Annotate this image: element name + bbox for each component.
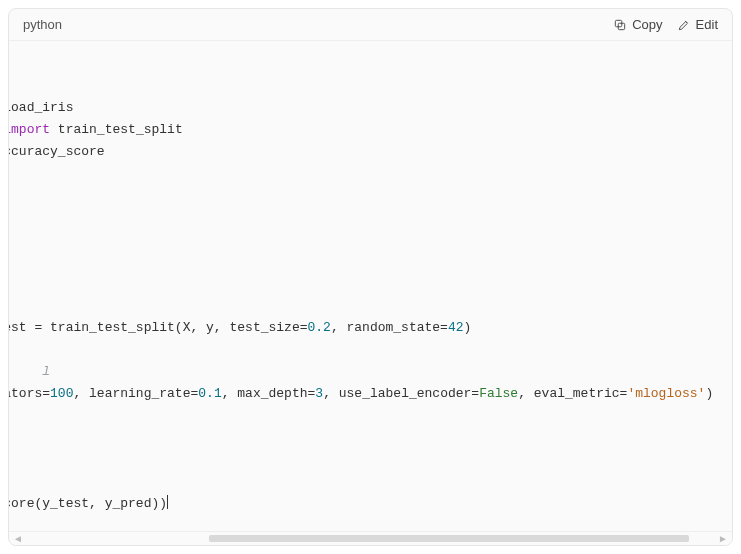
code-line xyxy=(9,427,732,449)
code-token: model = XGBClassifier(n_estimators= xyxy=(9,386,50,401)
code-token: 0.1 xyxy=(198,386,221,401)
code-token: 100 xyxy=(50,386,73,401)
copy-icon xyxy=(613,18,627,32)
code-line xyxy=(9,449,732,471)
scroll-left-arrow[interactable]: ◄ xyxy=(13,534,23,544)
code-token: , max_depth= xyxy=(222,386,316,401)
text-cursor xyxy=(167,495,168,509)
code-token: False xyxy=(479,386,518,401)
code-line xyxy=(9,207,732,229)
code-token: , use_label_encoder= xyxy=(323,386,479,401)
code-line: from sklearn.model_selection import trai… xyxy=(9,119,732,141)
code-line xyxy=(9,339,732,361)
horizontal-scrollbar[interactable]: ◄ ► xyxy=(9,531,732,545)
code-line xyxy=(9,471,732,493)
code-token xyxy=(9,364,42,379)
code-token: , learning_rate= xyxy=(73,386,198,401)
code-token: 42 xyxy=(448,320,464,335)
code-line: from sklearn.datasets import load_iris xyxy=(9,97,732,119)
code-token: 3 xyxy=(315,386,323,401)
code-token: l xyxy=(42,364,50,379)
code-scroll-area[interactable]: from sklearn.datasets import load_irisfr… xyxy=(9,41,732,531)
code-line xyxy=(9,185,732,207)
code-line xyxy=(9,163,732,185)
scroll-right-arrow[interactable]: ► xyxy=(718,534,728,544)
code-token: X_train, X_test, y_train, y_test = train… xyxy=(9,320,308,335)
code-content: from sklearn.datasets import load_irisfr… xyxy=(9,41,732,527)
edit-button[interactable]: Edit xyxy=(677,17,718,32)
code-token: ) xyxy=(705,386,713,401)
code-token: from sklearn.metrics import accuracy_sco… xyxy=(9,144,105,159)
code-token: train_test_split xyxy=(50,122,183,137)
code-line xyxy=(9,273,732,295)
language-label: python xyxy=(23,17,62,32)
code-token: print("Accuracy:", accuracy_score(y_test… xyxy=(9,496,167,511)
code-token: 0.2 xyxy=(308,320,331,335)
code-block: python Copy Edit from sklearn.datasets i… xyxy=(8,8,733,546)
code-line: from sklearn.metrics import accuracy_sco… xyxy=(9,141,732,163)
code-line: X_train, X_test, y_train, y_test = train… xyxy=(9,317,732,339)
scrollbar-thumb[interactable] xyxy=(209,535,689,542)
code-token: 'mlogloss' xyxy=(627,386,705,401)
code-line xyxy=(9,295,732,317)
code-header: python Copy Edit xyxy=(9,9,732,41)
code-line xyxy=(9,405,732,427)
code-line xyxy=(9,251,732,273)
header-actions: Copy Edit xyxy=(613,17,718,32)
code-token: ) xyxy=(464,320,472,335)
code-line xyxy=(9,229,732,251)
copy-button[interactable]: Copy xyxy=(613,17,662,32)
code-token: import xyxy=(9,122,50,137)
code-line xyxy=(9,75,732,97)
code-line: print("Accuracy:", accuracy_score(y_test… xyxy=(9,493,732,515)
copy-label: Copy xyxy=(632,17,662,32)
code-token: , random_state= xyxy=(331,320,448,335)
code-line xyxy=(9,53,732,75)
edit-label: Edit xyxy=(696,17,718,32)
code-line: model = XGBClassifier(n_estimators=100, … xyxy=(9,383,732,405)
code-token: , eval_metric= xyxy=(518,386,627,401)
code-token: from sklearn.datasets import load_iris xyxy=(9,100,73,115)
code-line: l xyxy=(9,361,732,383)
edit-icon xyxy=(677,18,691,32)
